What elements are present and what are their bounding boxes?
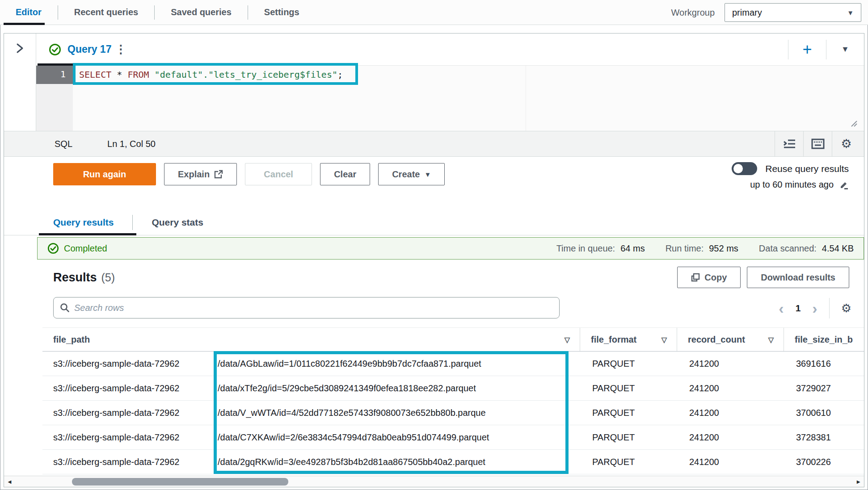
copy-label: Copy [704,272,727,283]
scroll-left-icon[interactable]: ◄ [7,478,13,485]
column-label: file_size_in_b [795,335,853,345]
add-query-tab-button[interactable]: + [788,42,826,58]
workgroup-label: Workgroup [671,8,715,18]
cell-file-path: s3://iceberg-sample-data-72962/data/V_wW… [42,408,580,418]
search-rows-input[interactable] [74,303,553,313]
results-tab-bar: Query results Query stats [4,210,864,235]
sql-code-line[interactable]: SELECT * FROM "default"."lets_try_iceber… [79,66,343,84]
toggle-knob [733,164,743,173]
cancel-button[interactable]: Cancel [245,163,312,185]
download-results-button[interactable]: Download results [747,267,849,288]
s3-prefix: s3://iceberg-sample-data-72962 [53,432,218,443]
cell-file-path: s3://iceberg-sample-data-72962/data/2gqR… [42,457,580,467]
column-header-record-count[interactable]: record_count ▽ [677,328,784,351]
explain-button[interactable]: Explain [164,163,237,185]
column-label: record_count [688,335,745,345]
workgroup-select[interactable]: primary ▼ [725,3,861,22]
next-page-icon[interactable]: › [812,301,817,316]
cell-file-path: s3://iceberg-sample-data-72962/data/C7XK… [42,432,580,443]
query-status-banner: Completed Time in queue:64 ms Run time:9… [37,237,864,260]
filter-icon[interactable]: ▽ [768,335,774,344]
sql-terminator: ; [337,69,343,80]
cell-file-size: 3691616 [784,359,864,369]
pencil-icon [839,180,849,190]
nav-tab-settings[interactable]: Settings [264,7,299,17]
editor-resize-handle[interactable] [850,119,858,127]
tab-divider [132,215,133,230]
cell-record-count: 241200 [677,383,784,394]
keyboard-shortcuts-button[interactable] [803,131,832,156]
results-title: Results [53,271,97,285]
status-text: Completed [64,243,107,254]
external-link-icon [214,170,223,179]
filter-icon[interactable]: ▽ [565,335,570,344]
workgroup-value: primary [732,8,762,18]
print-margin-line [526,66,526,131]
query-tab-title: Query 17 [67,43,111,55]
nav-tab-editor[interactable]: Editor [16,7,42,17]
results-settings-gear-icon[interactable]: ⚙ [841,302,851,314]
s3-prefix: s3://iceberg-sample-data-72962 [53,408,218,418]
tab-query-stats[interactable]: Query stats [152,217,203,228]
scrollbar-thumb[interactable] [72,478,288,486]
line-number-gutter: 1 [36,66,73,131]
search-icon [60,303,70,313]
search-rows-box [53,297,560,318]
column-header-file-size[interactable]: file_size_in_b [784,328,864,351]
athena-query-editor-page: Editor Recent queries Saved queries Sett… [0,0,868,490]
clear-button[interactable]: Clear [320,163,370,185]
sql-editor[interactable]: 1 SELECT * FROM "default"."lets_try_iceb… [36,66,864,131]
reuse-results-toggle[interactable] [732,162,757,175]
table-row: s3://iceberg-sample-data-72962/data/xTfe… [42,376,864,401]
nav-tab-saved-queries[interactable]: Saved queries [171,7,232,17]
chevron-right-icon [14,42,25,55]
tab-query-results[interactable]: Query results [53,217,114,228]
nav-tabs: Editor Recent queries Saved queries Sett… [0,0,299,25]
horizontal-scrollbar[interactable]: ◄ ► [4,476,864,487]
line-number: 1 [36,66,73,84]
query-tab[interactable]: Query 17 [36,43,111,56]
metric-value: 952 ms [709,243,738,254]
run-again-button[interactable]: Run again [53,163,156,185]
expand-panel-button[interactable] [14,42,25,55]
s3-prefix: s3://iceberg-sample-data-72962 [53,359,218,369]
column-header-file-format[interactable]: file_format ▽ [580,328,677,351]
cell-file-path: s3://iceberg-sample-data-72962/data/xTfe… [42,383,580,394]
previous-page-icon[interactable]: ‹ [779,301,784,316]
cell-file-format: PARQUET [580,408,677,418]
page-number[interactable]: 1 [796,303,801,314]
create-label: Create [392,169,420,180]
results-header: Results (5) Copy Download results [4,265,864,290]
chevron-down-icon: ▼ [847,9,854,17]
filter-icon[interactable]: ▽ [662,335,667,344]
cell-file-format: PARQUET [580,432,677,443]
table-row: s3://iceberg-sample-data-72962/data/2gqR… [42,450,864,474]
metric-label: Run time: [666,243,704,254]
copy-button[interactable]: Copy [677,267,741,288]
keyboard-icon [811,138,825,149]
column-header-file-path[interactable]: file_path ▽ [42,328,580,351]
tab-list-caret-icon[interactable]: ▼ [826,45,864,54]
editor-settings-button[interactable]: ⚙ [832,131,860,156]
sql-keyword: SELECT [79,69,111,80]
edit-reuse-duration-button[interactable] [839,180,849,190]
editor-shell: Query 17 ⋮ + ▼ 1 SELECT * FROM "default"… [4,33,864,487]
nav-tab-recent-queries[interactable]: Recent queries [74,7,138,17]
file-path: /data/2gqRKw/id=3/ee49287b5f3b4b2d81aa86… [218,457,485,467]
active-results-tab-underline [39,233,136,235]
cell-record-count: 241200 [677,432,784,443]
cell-record-count: 241200 [677,457,784,467]
check-circle-icon [49,43,61,56]
query-actions: Run again Explain Cancel Clear Create ▼ [4,157,864,209]
kebab-menu-icon[interactable]: ⋮ [111,42,130,56]
cell-record-count: 241200 [677,359,784,369]
metric-value: 4.54 KB [822,243,854,254]
copy-icon [691,273,700,282]
s3-prefix: s3://iceberg-sample-data-72962 [53,383,218,394]
sql-keyword: FROM [127,69,149,80]
top-nav: Editor Recent queries Saved queries Sett… [0,0,868,25]
format-query-button[interactable] [775,131,803,156]
create-button[interactable]: Create ▼ [378,163,445,185]
collapsed-side-panel [4,34,36,131]
scroll-right-icon[interactable]: ► [855,478,861,485]
